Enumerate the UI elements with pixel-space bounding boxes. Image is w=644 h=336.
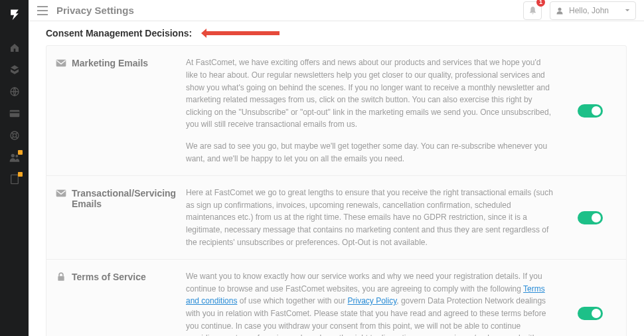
svg-rect-2 <box>9 112 19 113</box>
envelope-icon <box>56 189 66 198</box>
nav-support-icon[interactable] <box>0 124 29 146</box>
page-title: Privacy Settings <box>56 5 134 16</box>
svg-point-5 <box>11 153 14 157</box>
consent-row-marketing: Marketing Emails At FastComet, we have e… <box>46 46 626 176</box>
consent-panel: Marketing Emails At FastComet, we have e… <box>46 45 627 336</box>
svg-rect-1 <box>9 110 19 117</box>
left-nav-rail <box>0 0 29 336</box>
consent-description: We want you to know exactly how our serv… <box>186 270 554 336</box>
svg-rect-11 <box>58 276 64 281</box>
svg-point-8 <box>558 7 562 11</box>
consent-row-tos: Terms of Service We want you to know exa… <box>46 260 626 336</box>
privacy-policy-link[interactable]: Privacy Policy <box>347 296 396 305</box>
svg-point-4 <box>13 133 16 137</box>
nav-billing-icon[interactable] <box>0 102 29 124</box>
consent-row-transactional: Transactional/Servicing Emails Here at F… <box>46 176 626 260</box>
annotation-arrow-icon <box>201 29 280 38</box>
user-menu[interactable]: Hello, John <box>550 1 636 20</box>
section-heading: Consent Management Decisions: <box>46 28 192 39</box>
consent-description: Here at FastComet we go to great lengths… <box>186 187 554 248</box>
consent-title: Transactional/Servicing Emails <box>72 188 186 209</box>
content-area: Consent Management Decisions: Marketing … <box>29 21 644 336</box>
svg-point-6 <box>15 155 18 157</box>
top-bar: Privacy Settings 1 Hello, John <box>29 0 644 21</box>
svg-rect-9 <box>56 60 66 67</box>
nav-referrals-icon[interactable] <box>0 146 29 168</box>
badge-star-icon <box>18 150 23 155</box>
user-greeting: Hello, John <box>569 6 619 15</box>
nav-notes-icon[interactable] <box>0 168 29 190</box>
consent-title: Terms of Service <box>72 272 146 282</box>
brand-logo[interactable] <box>0 0 29 29</box>
menu-toggle-icon[interactable] <box>37 6 48 15</box>
nav-products-icon[interactable] <box>0 58 29 80</box>
svg-rect-10 <box>56 190 66 197</box>
toggle-tos[interactable] <box>578 307 603 320</box>
chevron-down-icon <box>625 9 630 12</box>
nav-home-icon[interactable] <box>0 37 29 58</box>
consent-title: Marketing Emails <box>72 58 148 68</box>
nav-domains-icon[interactable] <box>0 80 29 102</box>
consent-description: We are sad to see you go, but maybe we'l… <box>186 140 554 165</box>
user-icon <box>556 7 564 15</box>
badge-star-icon <box>18 172 23 177</box>
notifications-badge: 1 <box>536 0 545 7</box>
svg-rect-7 <box>11 175 18 183</box>
toggle-marketing[interactable] <box>578 104 603 118</box>
consent-description: At FastComet, we have exciting offers an… <box>186 56 554 131</box>
notifications-button[interactable]: 1 <box>523 1 542 20</box>
lock-icon <box>56 272 66 282</box>
toggle-transactional[interactable] <box>578 211 603 224</box>
envelope-icon <box>56 58 66 68</box>
